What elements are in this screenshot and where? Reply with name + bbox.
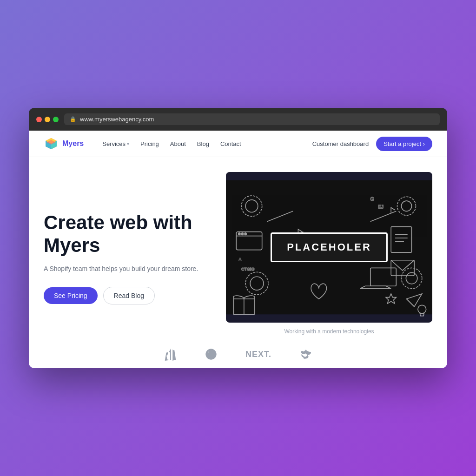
nextjs-text: NEXT. (245, 350, 271, 359)
start-project-button[interactable]: Start a project › (376, 137, 432, 151)
customer-dashboard-link[interactable]: Customer dashboard (312, 140, 369, 147)
logo-text: Myers (62, 139, 84, 148)
nav-pricing[interactable]: Pricing (140, 140, 159, 147)
nav-blog[interactable]: Blog (197, 140, 209, 147)
svg-point-18 (245, 233, 246, 235)
logo-icon (44, 136, 59, 151)
hero-buttons: See Pricing Read Blog (44, 287, 211, 304)
traffic-lights (36, 117, 59, 122)
svg-point-17 (241, 233, 243, 235)
nextjs-logo: NEXT. (245, 350, 271, 359)
svg-text:EJ: EJ (378, 205, 383, 210)
nav-about[interactable]: About (170, 140, 186, 147)
hero-section: Create web with Myers A Shopify team tha… (29, 157, 447, 342)
svg-text:CTGIG: CTGIG (241, 267, 254, 271)
read-blog-button[interactable]: Read Blog (103, 287, 155, 304)
browser-chrome: 🔒 www.myerswebagency.com (29, 108, 447, 131)
svg-point-16 (238, 233, 240, 235)
see-pricing-button[interactable]: See Pricing (44, 287, 98, 304)
services-chevron: ▾ (127, 141, 129, 146)
hero-subtitle: A Shopify team that helps you build your… (44, 264, 211, 274)
nav-contact[interactable]: Contact (220, 140, 241, 147)
website-content: Myers Services ▾ Pricing About Blog Cont… (29, 131, 447, 368)
navigation: Myers Services ▾ Pricing About Blog Cont… (29, 131, 447, 157)
image-caption: Working with a modern technologies (226, 328, 432, 335)
svg-text:A: A (239, 257, 242, 261)
hero-right: CTGIG G EJ A (226, 172, 432, 335)
logo-area[interactable]: Myers (44, 136, 84, 151)
hero-left: Create web with Myers A Shopify team tha… (44, 172, 211, 335)
tech-logos-row: NEXT. (29, 342, 447, 368)
address-bar[interactable]: 🔒 www.myerswebagency.com (64, 113, 440, 125)
shopify-icon (164, 348, 177, 361)
react-icon (205, 348, 218, 361)
browser-window: 🔒 www.myerswebagency.com Myers Servic (29, 108, 447, 368)
svg-text:G: G (370, 197, 374, 202)
react-logo (205, 348, 218, 361)
minimize-button[interactable] (45, 117, 50, 122)
astro-icon (299, 348, 312, 361)
astro-logo (299, 348, 312, 361)
hero-image: CTGIG G EJ A (226, 172, 432, 323)
nav-services[interactable]: Services ▾ (102, 140, 129, 147)
url-text: www.myerswebagency.com (80, 116, 154, 123)
placeholder-text: PLACEHOLER (287, 241, 371, 253)
close-button[interactable] (36, 117, 42, 122)
hero-title: Create web with Myers (44, 212, 211, 257)
placeholder-screen: PLACEHOLER (271, 232, 388, 262)
lock-icon: 🔒 (70, 116, 76, 122)
nav-right: Customer dashboard Start a project › (312, 137, 432, 151)
shopify-logo (164, 348, 177, 361)
nav-links: Services ▾ Pricing About Blog Contact (102, 140, 312, 147)
maximize-button[interactable] (53, 117, 59, 122)
